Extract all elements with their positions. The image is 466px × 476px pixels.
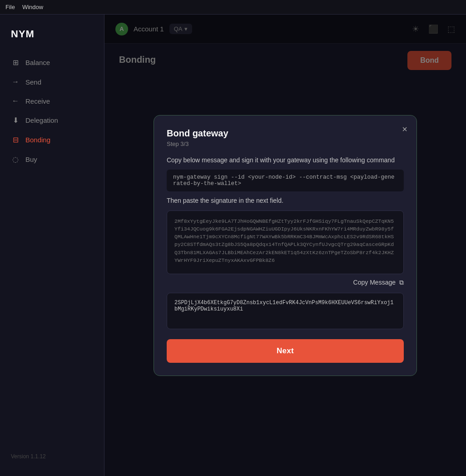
sidebar-label-send: Send	[25, 78, 41, 86]
modal-step: Step 3/3	[167, 140, 404, 147]
bonding-icon: ⊟	[11, 135, 20, 144]
modal-then-text: Then paste the signature in the next fie…	[167, 197, 404, 204]
app-layout: NYM ⊞ Balance → Send ← Receive ⬇ Delegat…	[0, 15, 466, 476]
delegation-icon: ⬇	[11, 116, 20, 125]
sidebar-item-delegation[interactable]: ⬇ Delegation	[0, 110, 104, 130]
copy-icon[interactable]: ⧉	[399, 279, 404, 286]
send-icon: →	[11, 78, 20, 86]
bond-gateway-modal: Bond gateway Step 3/3 × Copy below messa…	[154, 115, 417, 376]
copy-message-label[interactable]: Copy Message	[353, 279, 396, 286]
sidebar-label-bonding: Bonding	[25, 136, 50, 144]
sidebar-label-balance: Balance	[25, 59, 50, 66]
sidebar-label-buy: Buy	[25, 155, 37, 163]
sidebar-item-bonding[interactable]: ⊟ Bonding	[0, 130, 104, 150]
modal-title: Bond gateway	[167, 128, 404, 139]
receive-icon: ←	[11, 97, 20, 105]
sidebar: NYM ⊞ Balance → Send ← Receive ⬇ Delegat…	[0, 15, 104, 476]
logo: NYM	[0, 24, 104, 53]
modal-command: nym-gateway sign --id <your-node-id> --c…	[167, 170, 404, 191]
copy-message-row: Copy Message ⧉	[167, 279, 404, 286]
payload-display: 2Mf8xYytgEeyJke9LA7TJhHoGQWNBEfgHZtTyy2k…	[167, 210, 404, 274]
main-content: A Account 1 QA ▾ ☀ ⬛ ⬚ Bonding Bond Bond…	[104, 15, 466, 476]
titlebar-menu: File Window	[5, 4, 43, 10]
buy-icon: ◌	[11, 155, 20, 164]
close-button[interactable]: ×	[402, 125, 407, 134]
sidebar-label-delegation: Delegation	[25, 116, 58, 124]
menu-window[interactable]: Window	[22, 4, 43, 10]
menu-file[interactable]: File	[5, 4, 15, 10]
version-label: Version 1.1.12	[0, 446, 104, 467]
next-button[interactable]: Next	[167, 339, 404, 363]
balance-icon: ⊞	[11, 58, 20, 67]
sidebar-item-receive[interactable]: ← Receive	[0, 91, 104, 110]
signature-input[interactable]	[167, 293, 404, 329]
modal-instruction: Copy below message and sign it with your…	[167, 155, 404, 165]
sidebar-item-balance[interactable]: ⊞ Balance	[0, 53, 104, 72]
sidebar-item-buy[interactable]: ◌ Buy	[0, 150, 104, 169]
modal-overlay: Bond gateway Step 3/3 × Copy below messa…	[104, 15, 466, 476]
sidebar-label-receive: Receive	[25, 97, 50, 105]
sidebar-item-send[interactable]: → Send	[0, 72, 104, 91]
titlebar: File Window	[0, 0, 466, 15]
